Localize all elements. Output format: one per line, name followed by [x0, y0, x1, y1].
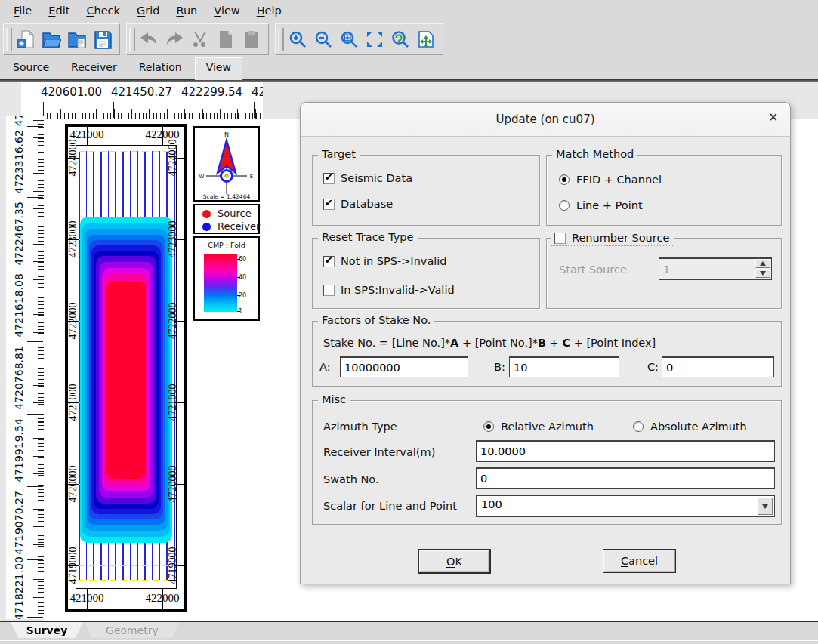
- colorbar-tick-label: 20: [239, 292, 246, 299]
- zoom-out-button[interactable]: [310, 27, 336, 51]
- map-x-label: 422000: [140, 128, 185, 141]
- menu-grid[interactable]: Grid: [129, 2, 167, 20]
- factor-b-input[interactable]: [509, 356, 619, 377]
- ruler-major-tick: [254, 102, 255, 118]
- match-method-group: Match Method FFID + ChannelLine + Point: [546, 155, 782, 226]
- factors-group-title: Factors of Stake No.: [318, 314, 434, 326]
- receiver-interval-m-input[interactable]: [476, 440, 775, 462]
- menu-file[interactable]: File: [6, 2, 39, 20]
- copy-button[interactable]: [213, 27, 239, 51]
- match-0-radio[interactable]: [559, 174, 570, 185]
- scalar-for-line-and-point-value: 100: [481, 498, 502, 510]
- legend-label: Source: [218, 208, 252, 219]
- reset-0-checkbox[interactable]: [323, 256, 335, 267]
- azimuth-1-label: Absolute Azimuth: [650, 421, 747, 433]
- menu-view[interactable]: View: [206, 2, 247, 20]
- colorbar-gradient: [204, 254, 237, 312]
- swath-no-input[interactable]: [476, 467, 775, 489]
- map-y-label: 4723000: [67, 217, 78, 262]
- menu-check[interactable]: Check: [79, 2, 128, 20]
- map-canvas: 420601.00421450.27422299.54423 474723316…: [0, 82, 818, 621]
- paste-icon: [242, 29, 261, 49]
- reset-1-checkbox[interactable]: [323, 285, 335, 296]
- factor-a-input[interactable]: [340, 356, 468, 377]
- zoom-region-icon: [339, 29, 359, 49]
- colorbar-tick-label: 40: [239, 274, 246, 281]
- factor-c-label: C:: [647, 361, 659, 373]
- spin-up-button[interactable]: [755, 259, 770, 268]
- ruler-label: 4721618.08: [13, 271, 24, 339]
- redo-button[interactable]: [162, 27, 187, 51]
- ruler-label: 4722467.35: [13, 199, 24, 267]
- new-file-button[interactable]: [13, 27, 39, 51]
- target-0-checkbox[interactable]: [323, 173, 335, 184]
- renumber-source-group: Renumber Source Start Source: [546, 238, 782, 309]
- map-y-label: 4722000: [67, 298, 78, 344]
- ruler-major-tick: [27, 559, 43, 560]
- menu-edit[interactable]: Edit: [41, 2, 77, 20]
- scalar-for-line-and-point-select[interactable]: 100: [476, 495, 775, 517]
- match-1-radio[interactable]: [559, 200, 570, 211]
- cancel-button[interactable]: Cancel: [603, 549, 676, 573]
- renumber-source-checkbox-row[interactable]: Renumber Source: [551, 230, 674, 245]
- undo-button[interactable]: [136, 27, 162, 51]
- fit-view-button[interactable]: [362, 27, 387, 51]
- map-x-label: 422000: [140, 592, 185, 605]
- save-button[interactable]: [90, 27, 116, 51]
- azimuth-0-radio[interactable]: [483, 421, 494, 432]
- bottom-tab-geometry[interactable]: Geometry: [85, 622, 180, 638]
- ok-button[interactable]: OK: [418, 549, 491, 574]
- factors-group: Factors of Stake No. Stake No. = [Line N…: [312, 321, 782, 387]
- zoom-region-button[interactable]: [336, 27, 362, 51]
- open-project-icon: [67, 29, 87, 49]
- target-1-checkbox[interactable]: [323, 199, 335, 210]
- menu-run[interactable]: Run: [168, 2, 205, 20]
- open-project-button[interactable]: [64, 27, 90, 51]
- ruler-label: 4718221.00: [13, 554, 24, 619]
- dialog-titlebar[interactable]: Update (on cu07) ×: [301, 103, 790, 137]
- misc-group-title: Misc: [318, 393, 350, 405]
- renumber-source-checkbox[interactable]: [554, 233, 566, 244]
- open-folder-icon: [42, 29, 61, 49]
- ruler-medium-ticks: [43, 109, 262, 119]
- start-source-label: Start Source: [559, 263, 627, 276]
- tab-source[interactable]: Source: [2, 57, 60, 79]
- tab-relation[interactable]: Relation: [128, 57, 193, 79]
- ruler-major-tick: [27, 126, 43, 127]
- dropdown-button[interactable]: [758, 498, 773, 515]
- open-folder-button[interactable]: [39, 27, 64, 51]
- factor-c-input[interactable]: [662, 356, 774, 377]
- zoom-in-icon: [288, 29, 307, 49]
- tab-receiver[interactable]: Receiver: [60, 57, 128, 79]
- receiver-line: [174, 151, 175, 580]
- renumber-source-label: Renumber Source: [572, 232, 669, 244]
- bottom-tab-survey[interactable]: Survey: [11, 622, 83, 638]
- application-window: FileEditCheckGridRunViewHelp SourceRecei…: [0, 0, 818, 644]
- zoom-refresh-button[interactable]: [387, 27, 413, 51]
- match-0-label: FFID + Channel: [576, 174, 662, 186]
- target-group: Target Seismic DataDatabase: [312, 155, 540, 226]
- map-y-label: 4722000: [167, 298, 177, 344]
- zoom-in-button[interactable]: [285, 27, 310, 51]
- legend-item: Source: [195, 208, 258, 220]
- reset-trace-type-group: Reset Trace Type Not in SPS->InvalidIn S…: [312, 238, 540, 309]
- azimuth-1-radio[interactable]: [633, 421, 644, 432]
- source-grid-line: [79, 565, 174, 566]
- tool-group-view: [275, 23, 443, 55]
- close-icon[interactable]: ×: [768, 112, 778, 123]
- status-strip: [0, 640, 818, 644]
- receiver-dot-icon: [202, 223, 211, 231]
- tab-view[interactable]: View: [195, 57, 242, 80]
- zoom-out-icon: [313, 29, 333, 49]
- pan-view-button[interactable]: [413, 27, 439, 51]
- azimuth-type-label: Azimuth Type: [323, 421, 397, 433]
- spin-down-icon: [760, 271, 766, 276]
- fold-map[interactable]: 4210004210004220004220004724000472400047…: [65, 124, 187, 612]
- undo-icon: [139, 29, 159, 49]
- cut-button[interactable]: [187, 27, 213, 51]
- formula-part: + [Point No.]*: [458, 337, 538, 349]
- menu-help[interactable]: Help: [249, 2, 289, 20]
- formula-part: A: [450, 337, 458, 349]
- paste-button[interactable]: [239, 27, 264, 51]
- spin-down-button[interactable]: [755, 269, 770, 278]
